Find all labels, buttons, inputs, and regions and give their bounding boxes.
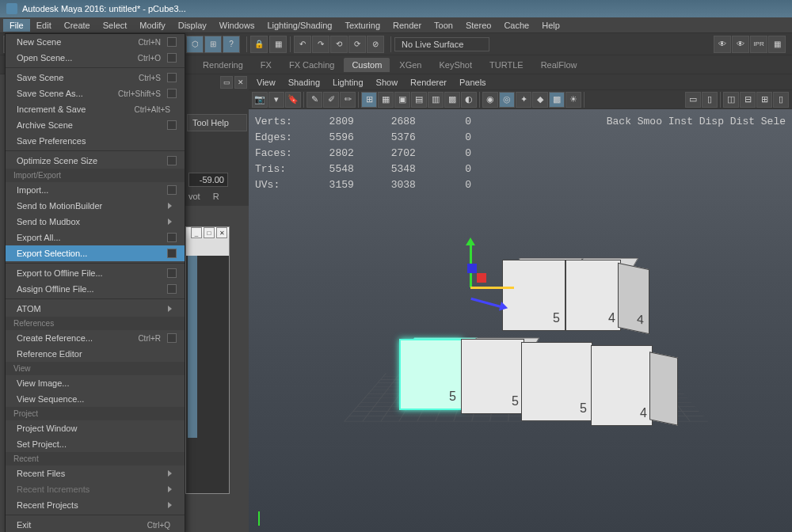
texture-icon[interactable]: ▩: [444, 92, 460, 108]
menu-item-view-sequence[interactable]: View Sequence...: [6, 391, 185, 407]
menu-item-assign-offline-file[interactable]: Assign Offline File...: [6, 281, 185, 297]
shade-icon[interactable]: ✐: [323, 92, 339, 108]
shelf-tab-fxcaching[interactable]: FX Caching: [281, 58, 342, 72]
menu-select[interactable]: Select: [97, 19, 134, 32]
layer-icon[interactable]: ▦: [269, 36, 287, 53]
viewport-menu-view[interactable]: View: [252, 76, 280, 89]
menu-windows[interactable]: Windows: [213, 19, 261, 32]
shaded-icon[interactable]: ▤: [411, 92, 427, 108]
layout-icon[interactable]: ▯: [773, 92, 789, 108]
menu-item-optimize-scene-size[interactable]: Optimize Scene Size: [6, 153, 185, 169]
undo-icon[interactable]: ↶: [294, 36, 311, 53]
panel-dock-icon[interactable]: ▭: [220, 76, 233, 89]
menu-item-set-project[interactable]: Set Project...: [6, 436, 185, 452]
layout-icon[interactable]: ⊟: [740, 92, 756, 108]
render-icon[interactable]: 👁: [732, 36, 749, 53]
viewport-menu-lighting[interactable]: Lighting: [328, 76, 368, 89]
render-icon[interactable]: 👁: [714, 36, 731, 53]
menu-cache[interactable]: Cache: [497, 19, 535, 32]
scrollbar[interactable]: [188, 256, 197, 438]
camera-icon[interactable]: 📷: [252, 92, 268, 108]
tool-help-button[interactable]: Tool Help: [187, 114, 247, 131]
viewport-menu-panels[interactable]: Panels: [455, 76, 491, 89]
vt-icon[interactable]: ✦: [516, 92, 531, 108]
snap-icon[interactable]: ⬡: [186, 36, 204, 53]
option-box-icon[interactable]: [167, 249, 177, 258]
menu-render[interactable]: Render: [386, 19, 428, 32]
menu-item-recent-files[interactable]: Recent Files: [6, 466, 185, 481]
option-box-icon[interactable]: [167, 156, 177, 165]
gate-icon[interactable]: ▭: [685, 92, 701, 108]
menu-item-export-all[interactable]: Export All...: [6, 230, 185, 245]
menu-item-export-to-offline-file[interactable]: Export to Offline File...: [6, 265, 185, 281]
menu-item-project-window[interactable]: Project Window: [6, 420, 185, 436]
refresh-icon[interactable]: ⊘: [367, 36, 384, 53]
checker-icon[interactable]: ▩: [549, 92, 565, 108]
option-box-icon[interactable]: [167, 37, 177, 47]
panel-close-icon[interactable]: ✕: [234, 76, 247, 89]
shelf-tab-turtle[interactable]: TURTLE: [482, 58, 531, 72]
manip-center-icon[interactable]: [477, 273, 486, 283]
menu-item-recent-projects[interactable]: Recent Projects: [6, 497, 185, 513]
shelf-tab-xgen[interactable]: XGen: [391, 58, 429, 72]
wireframe-icon[interactable]: ▦: [378, 92, 394, 108]
shelf-tab-fx[interactable]: FX: [253, 58, 280, 72]
viewport-menu-show[interactable]: Show: [371, 76, 403, 89]
menu-item-open-scene[interactable]: Open Scene...Ctrl+O: [6, 50, 185, 66]
live-surface-dropdown[interactable]: No Live Surface: [394, 37, 489, 51]
menu-item-save-scene[interactable]: Save SceneCtrl+S: [6, 70, 185, 86]
ipr-icon[interactable]: IPR: [750, 36, 767, 53]
menu-item-save-preferences[interactable]: Save Preferences: [6, 133, 185, 149]
option-box-icon[interactable]: [167, 120, 177, 130]
layout-icon[interactable]: ⊞: [756, 92, 772, 108]
menu-item-new-scene[interactable]: New SceneCtrl+N: [6, 34, 185, 50]
menu-file[interactable]: File: [3, 19, 30, 32]
snap-icon[interactable]: ?: [223, 36, 240, 53]
shaded-icon[interactable]: ▣: [394, 92, 410, 108]
viewport-menu-renderer[interactable]: Renderer: [406, 76, 451, 89]
menu-texturing[interactable]: Texturing: [338, 19, 386, 32]
lock-icon[interactable]: 🔒: [250, 36, 268, 53]
shelf-tab-rendering[interactable]: Rendering: [195, 58, 251, 72]
option-box-icon[interactable]: [167, 89, 177, 98]
shade-icon[interactable]: ✏: [340, 92, 356, 108]
menu-edit[interactable]: Edit: [30, 19, 58, 32]
menu-item-send-to-mudbox[interactable]: Send to Mudbox: [6, 214, 185, 230]
shaded-icon[interactable]: ▥: [428, 92, 444, 108]
redo-icon[interactable]: ↷: [312, 36, 329, 53]
shelf-tab-keyshot[interactable]: KeyShot: [431, 58, 480, 72]
vt-icon[interactable]: ◆: [532, 92, 548, 108]
isolate-icon[interactable]: ◉: [482, 92, 498, 108]
bookmark-icon[interactable]: 🔖: [285, 92, 301, 108]
history-icon[interactable]: ⟳: [348, 36, 366, 53]
light-icon[interactable]: ◐: [461, 92, 477, 108]
menu-item-exit[interactable]: ExitCtrl+Q: [6, 517, 185, 532]
menu-item-send-to-motionbuilder[interactable]: Send to MotionBuilder: [6, 198, 185, 214]
numeric-input[interactable]: [188, 173, 228, 187]
menu-display[interactable]: Display: [172, 19, 213, 32]
menu-item-export-selection[interactable]: Export Selection...: [6, 245, 185, 261]
menu-item-save-scene-as[interactable]: Save Scene As...Ctrl+Shift+S: [6, 86, 185, 101]
menu-item-increment-save[interactable]: Increment & SaveCtrl+Alt+S: [6, 101, 185, 117]
shelf-tab-custom[interactable]: Custom: [344, 58, 390, 72]
option-box-icon[interactable]: [167, 268, 177, 278]
menu-modify[interactable]: Modify: [133, 19, 171, 32]
menu-item-reference-editor[interactable]: Reference Editor: [6, 346, 185, 362]
x-axis-icon[interactable]: [470, 287, 514, 289]
menu-stereo[interactable]: Stereo: [459, 19, 497, 32]
menu-help[interactable]: Help: [535, 19, 566, 32]
gate-icon[interactable]: ▯: [702, 92, 718, 108]
snap-icon[interactable]: ⊞: [204, 36, 222, 53]
menu-item-create-reference[interactable]: Create Reference...Ctrl+R: [6, 330, 185, 346]
viewport-menu-shading[interactable]: Shading: [284, 76, 325, 89]
option-box-icon[interactable]: [167, 333, 177, 343]
menu-item-view-image[interactable]: View Image...: [6, 375, 185, 391]
layout-icon[interactable]: ◫: [723, 92, 739, 108]
maximize-icon[interactable]: □: [204, 227, 215, 238]
manip-center-icon[interactable]: [467, 264, 477, 273]
menu-lightingshading[interactable]: Lighting/Shading: [261, 19, 338, 32]
z-axis-icon[interactable]: [470, 298, 501, 308]
menu-item-atom[interactable]: ATOM: [6, 301, 185, 317]
history-icon[interactable]: ⟲: [330, 36, 348, 53]
option-box-icon[interactable]: [167, 233, 177, 242]
